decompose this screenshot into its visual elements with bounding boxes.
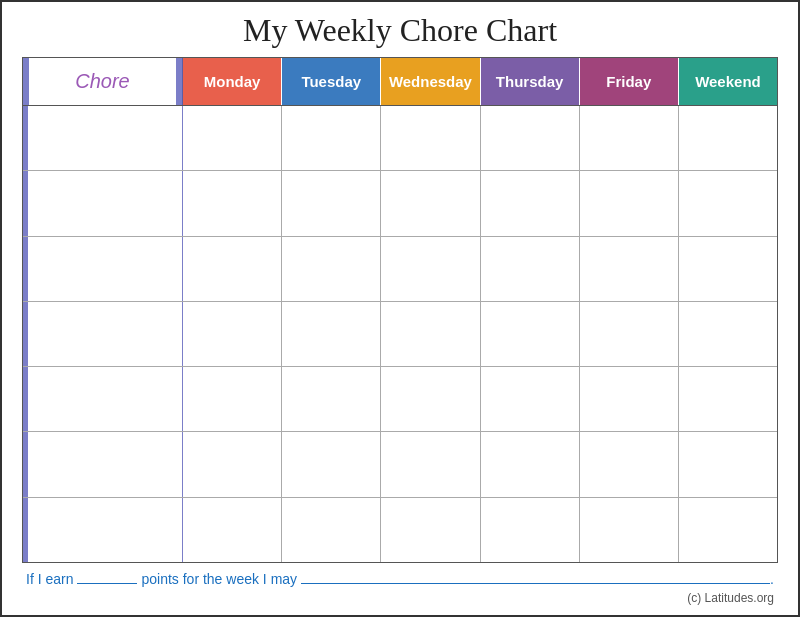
day-cell[interactable] [679,302,777,366]
chore-left-border [23,302,28,366]
day-cell[interactable] [282,367,381,431]
chart-row [23,302,777,367]
earn-middle-text: points for the week I may [141,571,297,587]
day-cell[interactable] [481,106,580,170]
chore-left-border [23,237,28,301]
day-cell[interactable] [481,367,580,431]
chore-name-cell[interactable] [23,171,183,235]
chore-left-border [23,498,28,562]
copyright-text: (c) Latitudes.org [22,591,778,605]
footer-section: If I earn points for the week I may . [22,571,778,587]
day-cell[interactable] [183,367,282,431]
day-cell[interactable] [381,367,480,431]
day-header-wednesday: Wednesday [381,58,480,105]
day-cell[interactable] [183,302,282,366]
chart-row [23,498,777,562]
day-cell[interactable] [183,432,282,496]
day-cell[interactable] [580,367,679,431]
day-cell[interactable] [481,498,580,562]
chore-left-border [23,106,28,170]
day-cell[interactable] [679,237,777,301]
day-cell[interactable] [381,498,480,562]
chore-name-cell[interactable] [23,432,183,496]
chart-row [23,237,777,302]
day-cell[interactable] [679,106,777,170]
day-header-weekend: Weekend [679,58,777,105]
day-cell[interactable] [282,432,381,496]
day-cell[interactable] [381,302,480,366]
earn-line: If I earn points for the week I may . [26,571,774,587]
day-cell[interactable] [282,302,381,366]
earn-prefix-text: If I earn [26,571,73,587]
day-header-friday: Friday [580,58,679,105]
day-header-monday: Monday [183,58,282,105]
chore-left-border [23,171,28,235]
day-cell[interactable] [679,432,777,496]
chore-name-cell[interactable] [23,367,183,431]
day-cell[interactable] [282,171,381,235]
day-cell[interactable] [481,237,580,301]
day-cell[interactable] [481,432,580,496]
chore-name-cell[interactable] [23,237,183,301]
day-cell[interactable] [183,106,282,170]
day-cell[interactable] [282,106,381,170]
day-cell[interactable] [282,498,381,562]
chore-left-border [23,432,28,496]
chore-name-cell[interactable] [23,106,183,170]
earn-blank-short[interactable] [77,583,137,584]
day-cell[interactable] [481,302,580,366]
day-cell[interactable] [481,171,580,235]
day-cell[interactable] [183,171,282,235]
day-cell[interactable] [580,498,679,562]
day-cell[interactable] [679,171,777,235]
day-cell[interactable] [679,498,777,562]
chore-left-border [23,367,28,431]
day-cell[interactable] [381,106,480,170]
chart-row [23,106,777,171]
day-cell[interactable] [282,237,381,301]
chart-row [23,171,777,236]
chart-row [23,367,777,432]
day-header-thursday: Thursday [481,58,580,105]
day-cell[interactable] [580,432,679,496]
day-cell[interactable] [580,171,679,235]
chore-header-left-border [23,58,29,105]
day-cell[interactable] [580,106,679,170]
day-cell[interactable] [183,237,282,301]
day-cell[interactable] [580,237,679,301]
chore-column-label: Chore [75,70,129,93]
chore-name-cell[interactable] [23,498,183,562]
earn-blank-long[interactable] [301,583,770,584]
day-cell[interactable] [381,432,480,496]
page-title: My Weekly Chore Chart [243,12,557,49]
chore-header-cell: Chore [23,58,183,105]
chore-name-cell[interactable] [23,302,183,366]
day-cell[interactable] [381,171,480,235]
page-wrapper: My Weekly Chore Chart Chore Monday Tuesd… [0,0,800,617]
day-cell[interactable] [183,498,282,562]
day-cell[interactable] [381,237,480,301]
chore-header-right-border [176,58,182,105]
chart-header-row: Chore Monday Tuesday Wednesday Thursday … [23,58,777,106]
chore-chart: Chore Monday Tuesday Wednesday Thursday … [22,57,778,563]
earn-period: . [770,571,774,587]
chart-row [23,432,777,497]
day-cell[interactable] [679,367,777,431]
chart-body [23,106,777,562]
day-header-tuesday: Tuesday [282,58,381,105]
day-cell[interactable] [580,302,679,366]
